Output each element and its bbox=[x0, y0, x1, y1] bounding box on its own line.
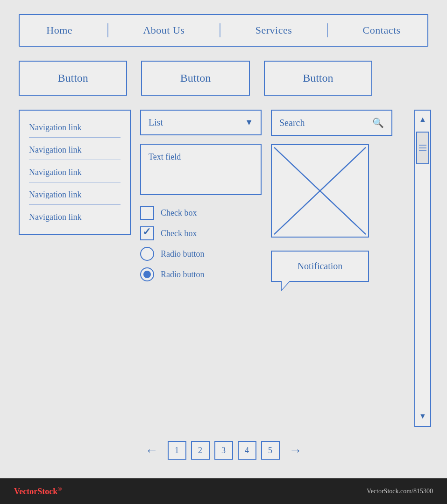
radio-unchecked[interactable] bbox=[140, 247, 154, 261]
list-label: List bbox=[149, 117, 163, 128]
list-dropdown[interactable]: List ▼ bbox=[140, 110, 262, 135]
button-3[interactable]: Button bbox=[264, 61, 372, 96]
radio-checked[interactable] bbox=[140, 267, 154, 281]
scrollbar-track[interactable]: ▲ ▼ bbox=[414, 110, 431, 427]
nav-divider-1 bbox=[107, 23, 108, 37]
placeholder-svg bbox=[272, 145, 368, 237]
search-label: Search bbox=[279, 118, 305, 128]
nav-divider-3 bbox=[327, 23, 328, 37]
footer-logo-text: VectorStock bbox=[14, 487, 57, 496]
scroll-thumb[interactable] bbox=[416, 132, 429, 164]
radio-checked-label: Radio button bbox=[161, 270, 205, 280]
dropdown-arrow-icon: ▼ bbox=[245, 118, 253, 127]
scroll-down-arrow-icon[interactable]: ▼ bbox=[416, 409, 430, 423]
scrollbar-col: ▲ ▼ bbox=[402, 110, 444, 427]
form-controls: Check box Check box Radio button Radio b… bbox=[140, 206, 262, 281]
nav-item-home[interactable]: Home bbox=[37, 24, 82, 36]
nav-bar: Home About Us Services Contacts bbox=[19, 14, 428, 47]
checkbox-unchecked-label: Check box bbox=[161, 208, 197, 218]
buttons-row: Button Button Button bbox=[19, 61, 428, 96]
nav-link-2[interactable]: Navigation link bbox=[29, 138, 121, 160]
text-field-label: Text field bbox=[149, 152, 181, 161]
search-box[interactable]: Search 🔍 bbox=[271, 110, 392, 136]
next-page-arrow-icon[interactable]: → bbox=[284, 443, 307, 458]
prev-page-arrow-icon[interactable]: ← bbox=[141, 443, 163, 458]
checkbox-checked-item[interactable]: Check box bbox=[140, 226, 262, 240]
notification-label: Notification bbox=[279, 261, 361, 272]
nav-item-services[interactable]: Services bbox=[246, 24, 302, 36]
scroll-line-1 bbox=[419, 145, 426, 146]
footer: VectorStock® VectorStock.com/815300 bbox=[0, 478, 447, 504]
nav-link-3[interactable]: Navigation link bbox=[29, 160, 121, 182]
checkbox-checked-label: Check box bbox=[161, 229, 197, 238]
scroll-line-3 bbox=[419, 150, 426, 151]
nav-link-4[interactable]: Navigation link bbox=[29, 182, 121, 205]
text-field[interactable]: Text field bbox=[140, 144, 262, 195]
page-3[interactable]: 3 bbox=[214, 441, 233, 460]
image-placeholder bbox=[271, 144, 369, 238]
page-2[interactable]: 2 bbox=[191, 441, 210, 460]
page-1[interactable]: 1 bbox=[168, 441, 186, 460]
main-grid: Navigation link Navigation link Navigati… bbox=[19, 110, 428, 427]
nav-divider-2 bbox=[220, 23, 220, 37]
nav-item-about[interactable]: About Us bbox=[134, 24, 194, 36]
pagination: ← 1 2 3 4 5 → bbox=[19, 441, 428, 469]
scroll-thumb-lines bbox=[419, 145, 426, 151]
footer-url: VectorStock.com/815300 bbox=[367, 488, 433, 495]
right-col: Search 🔍 Notification bbox=[271, 110, 392, 282]
nav-link-5[interactable]: Navigation link bbox=[29, 205, 121, 230]
nav-item-contacts[interactable]: Contacts bbox=[354, 24, 410, 36]
page-5[interactable]: 5 bbox=[261, 441, 280, 460]
button-1[interactable]: Button bbox=[19, 61, 127, 96]
scroll-up-arrow-icon[interactable]: ▲ bbox=[416, 112, 430, 126]
footer-logo: VectorStock® bbox=[14, 486, 62, 497]
checkbox-unchecked[interactable] bbox=[140, 206, 154, 220]
scroll-line-2 bbox=[419, 147, 426, 148]
radio-unchecked-item[interactable]: Radio button bbox=[140, 247, 262, 261]
page-4[interactable]: 4 bbox=[238, 441, 256, 460]
button-2[interactable]: Button bbox=[141, 61, 249, 96]
notification-box: Notification bbox=[271, 251, 369, 282]
footer-logo-symbol: ® bbox=[57, 486, 62, 492]
search-icon: 🔍 bbox=[372, 117, 384, 128]
middle-col: List ▼ Text field Check box Check box bbox=[140, 110, 262, 281]
radio-unchecked-label: Radio button bbox=[161, 249, 205, 259]
speech-tail-inner bbox=[282, 281, 290, 290]
checkbox-unchecked-item[interactable]: Check box bbox=[140, 206, 262, 220]
radio-checked-item[interactable]: Radio button bbox=[140, 267, 262, 281]
checkbox-checked[interactable] bbox=[140, 226, 154, 240]
nav-link-1[interactable]: Navigation link bbox=[29, 115, 121, 138]
nav-links-panel: Navigation link Navigation link Navigati… bbox=[19, 110, 131, 235]
